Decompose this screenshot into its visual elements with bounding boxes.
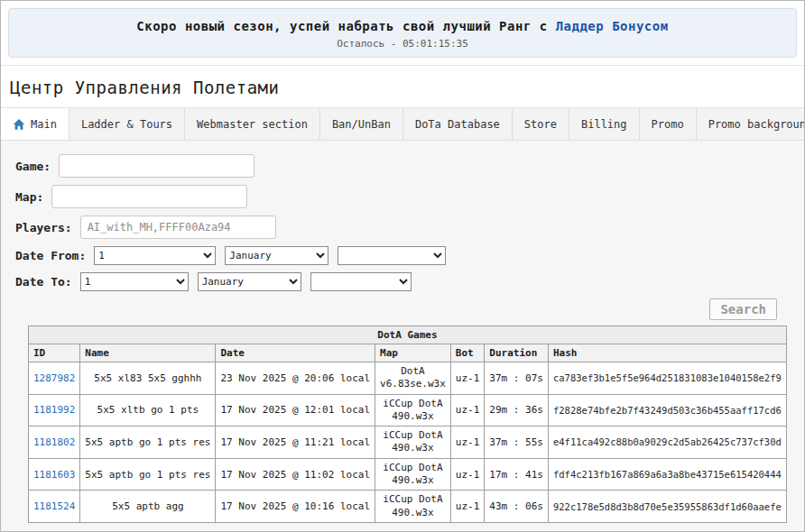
nav-tab-label: Store	[524, 118, 557, 131]
date-from-row: Date From: 1 January	[15, 246, 790, 265]
game-id-link[interactable]: 1181992	[33, 404, 75, 416]
date-from-month-select[interactable]: January	[225, 246, 328, 265]
table-row: 1181603 5x5 aptb go 1 pts res 17 Nov 202…	[29, 458, 787, 491]
table-header-row: ID Name Date Map Bot Duration Hash	[29, 344, 787, 362]
players-input[interactable]	[80, 216, 276, 239]
content-area: Game: Map: Players: Date From: 1 January…	[1, 141, 804, 531]
search-button[interactable]: Search	[709, 298, 777, 320]
nav-tab-label: Billing	[581, 118, 627, 131]
nav-tab-label: Main	[31, 118, 57, 131]
game-name: 5x5 aptb go 1 pts res	[80, 427, 216, 459]
game-map: DotA v6.83se.w3x	[375, 362, 451, 395]
players-filter-row: Players:	[15, 216, 790, 239]
season-message: Скоро новый сезон, успей набрать свой лу…	[18, 19, 787, 33]
game-date: 17 Nov 2025 @ 11:21 local	[216, 427, 375, 459]
game-hash: f2828e74bfe2b7f43249d503c36b455aaff17cd6	[548, 394, 786, 427]
date-to-day-select[interactable]: 1	[80, 272, 189, 291]
nav-tab-label: Promo background	[708, 118, 805, 131]
map-filter-row: Map:	[15, 185, 790, 208]
game-duration: 17m : 41s	[485, 458, 549, 491]
game-duration: 43m : 06s	[485, 491, 549, 523]
title-bar: Центр Управления Полетами	[1, 65, 804, 107]
nav-tab-billing[interactable]: Billing	[569, 108, 640, 140]
map-input[interactable]	[51, 185, 247, 208]
game-id-link[interactable]: 1181802	[33, 436, 75, 448]
nav-tab-store[interactable]: Store	[513, 108, 569, 140]
game-label: Game:	[15, 160, 51, 173]
game-filter-row: Game:	[15, 154, 790, 178]
game-date: 17 Nov 2025 @ 12:01 local	[216, 394, 375, 427]
nav-tab-label: Ladder & Tours	[81, 118, 172, 131]
game-duration: 29m : 36s	[485, 394, 549, 427]
game-name: 5x5 xl83 5x5 gghhh	[80, 362, 216, 395]
col-header-map: Map	[375, 344, 451, 362]
season-countdown: Осталось - 05:01:15:35	[18, 38, 787, 50]
search-row: Search	[15, 298, 777, 320]
date-to-year-select[interactable]	[310, 272, 412, 291]
nav-tab-promo-background[interactable]: Promo background	[697, 108, 805, 140]
map-label: Map:	[15, 190, 43, 204]
col-header-bot: Bot	[450, 344, 485, 362]
nav-tab-ban-unban[interactable]: Ban/UnBan	[320, 108, 403, 140]
nav-tab-ladder-tours[interactable]: Ladder & Tours	[69, 108, 185, 140]
game-id-link[interactable]: 1181603	[33, 469, 75, 481]
game-hash: e4f11ca492c88b0a9029c2d5ab26425c737cf30d	[548, 427, 786, 459]
season-message-text: Скоро новый сезон, успей набрать свой лу…	[136, 19, 547, 33]
game-id-link[interactable]: 1287982	[33, 372, 75, 384]
main-nav: Main Ladder & Tours Webmaster section Ba…	[1, 107, 804, 141]
table-row: 1181802 5x5 aptb go 1 pts res 17 Nov 202…	[29, 427, 787, 459]
date-to-row: Date To: 1 January	[15, 272, 790, 291]
game-date: 17 Nov 2025 @ 10:16 local	[216, 491, 375, 523]
game-name: 5x5 aptb go 1 pts res	[80, 458, 216, 491]
admin-page: Скоро новый сезон, успей набрать свой лу…	[0, 0, 805, 532]
ladder-bonus-link[interactable]: Ладдер Бонусом	[556, 19, 669, 33]
table-title: DotA Games	[29, 326, 787, 344]
nav-tab-promo[interactable]: Promo	[640, 108, 697, 140]
nav-tab-label: DoTa Database	[415, 118, 500, 131]
game-bot: uz-1	[450, 394, 485, 427]
game-bot: uz-1	[450, 458, 485, 491]
game-id-link[interactable]: 1181524	[33, 500, 75, 512]
game-hash: ca783ef3b1e5f5e964d251831083e1040158e2f9	[548, 362, 786, 395]
page-title: Центр Управления Полетами	[10, 78, 795, 97]
game-map: iCCup DotA 490.w3x	[375, 394, 451, 427]
nav-tab-label: Promo	[652, 118, 684, 131]
game-bot: uz-1	[450, 491, 485, 523]
game-name: 5x5 xltb go 1 pts	[80, 394, 216, 427]
game-date: 23 Nov 2025 @ 20:06 local	[216, 362, 375, 395]
game-map: iCCup DotA 490.w3x	[375, 458, 451, 491]
nav-tab-main[interactable]: Main	[1, 108, 69, 140]
season-banner: Скоро новый сезон, успей набрать свой лу…	[8, 8, 797, 58]
home-icon	[13, 118, 25, 131]
col-header-hash: Hash	[548, 344, 786, 362]
game-name: 5x5 aptb agg	[80, 491, 216, 523]
table-row: 1287982 5x5 xl83 5x5 gghhh 23 Nov 2025 @…	[29, 362, 787, 395]
col-header-date: Date	[216, 344, 375, 362]
col-header-id: ID	[29, 344, 80, 362]
date-to-label: Date To:	[15, 275, 72, 289]
nav-tab-webmaster-section[interactable]: Webmaster section	[185, 108, 320, 140]
date-from-day-select[interactable]: 1	[94, 246, 216, 265]
date-from-label: Date From:	[15, 249, 86, 262]
nav-tab-label: Webmaster section	[197, 118, 308, 131]
game-date: 17 Nov 2025 @ 11:02 local	[216, 458, 375, 491]
game-input[interactable]	[59, 154, 254, 178]
nav-tab-label: Ban/UnBan	[332, 118, 391, 131]
nav-tab-dota-database[interactable]: DoTa Database	[403, 108, 513, 140]
col-header-duration: Duration	[485, 344, 549, 362]
players-label: Players:	[15, 221, 72, 234]
game-map: iCCup DotA 490.w3x	[375, 427, 451, 459]
col-header-name: Name	[80, 344, 216, 362]
date-to-month-select[interactable]: January	[198, 272, 301, 291]
game-bot: uz-1	[450, 427, 485, 459]
table-row: 1181524 5x5 aptb agg 17 Nov 2025 @ 10:16…	[29, 491, 787, 523]
game-hash: fdf4c213fb167a869a6a3a8be43715e615420444	[548, 458, 786, 491]
game-bot: uz-1	[450, 362, 485, 395]
game-hash: 922c178e5d8d3b8d70e5e35955863df1d60aaefe	[548, 491, 786, 523]
table-title-row: DotA Games	[29, 326, 787, 344]
game-duration: 37m : 55s	[485, 427, 549, 459]
date-from-year-select[interactable]	[338, 246, 446, 265]
table-row: 1181992 5x5 xltb go 1 pts 17 Nov 2025 @ …	[29, 394, 787, 427]
dota-games-table: DotA Games ID Name Date Map Bot Duration…	[28, 326, 787, 523]
game-map: iCCup DotA 490.w3x	[375, 491, 451, 523]
